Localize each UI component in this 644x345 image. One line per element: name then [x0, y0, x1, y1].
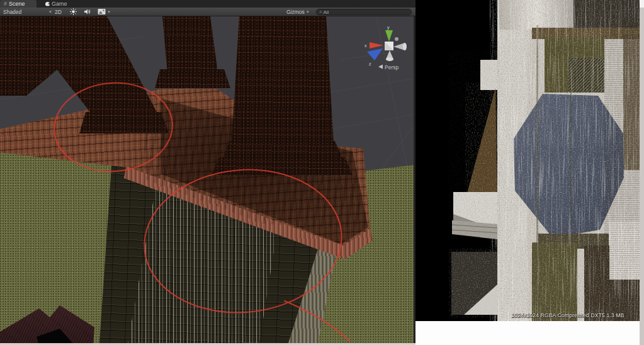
audio-icon	[84, 8, 91, 15]
gizmo-axis-x-label: x	[364, 43, 367, 48]
game-tab-icon	[45, 2, 50, 6]
tab-scene[interactable]: # Scene	[0, 0, 37, 8]
annotation-stroke-tail	[285, 301, 350, 341]
toggle-2d-label: 2D	[55, 9, 62, 15]
gizmo-cone-base	[403, 43, 407, 50]
gizmo-axis-z[interactable]	[367, 48, 383, 60]
annotation-ellipse-1	[51, 79, 175, 176]
texture-info-label: 1024x1024 RGBA Compressed DXT5 1.3 MB	[496, 312, 640, 319]
sun-icon	[70, 8, 77, 15]
toggle-2d-button[interactable]: 2D	[53, 8, 64, 16]
texture-preview-image	[415, 0, 640, 321]
scene-panel: # Scene Game Shaded ▼ 2D	[0, 0, 415, 345]
gizmos-label: Gizmos	[286, 9, 305, 15]
gizmos-dropdown[interactable]: Gizmos ▼	[285, 8, 312, 16]
chevron-down-icon: ▼	[306, 10, 310, 14]
gizmo-axis-negative-z[interactable]	[395, 37, 398, 41]
scrollbar-thumb[interactable]	[640, 0, 644, 8]
texture-preview-panel: 1024x1024 RGBA Compressed DXT5 1.3 MB	[415, 0, 640, 345]
tab-game[interactable]: Game	[42, 0, 73, 8]
gizmo-axis-y[interactable]	[385, 30, 393, 42]
annotation-ellipse-2	[138, 162, 348, 321]
scene-toolbar: Shaded ▼ 2D	[0, 8, 415, 16]
projection-mode-label[interactable]: Persp	[385, 64, 398, 71]
scene-search-input[interactable]: ⌕ All	[316, 9, 412, 15]
lighting-toggle-button[interactable]	[68, 8, 79, 16]
gizmo-cone-base	[386, 57, 393, 61]
gizmo-axis-z-label: z	[369, 62, 371, 66]
search-icon: ⌕	[319, 9, 322, 14]
scene-tab-icon: #	[4, 1, 7, 7]
shading-mode-dropdown[interactable]: Shaded ▼	[1, 8, 54, 16]
scene-tab-label: Scene	[9, 1, 25, 7]
image-effects-icon	[98, 8, 106, 15]
gizmo-axis-x[interactable]	[370, 42, 383, 48]
annotation-layer	[0, 16, 414, 343]
chevron-down-icon: ▼	[48, 10, 52, 14]
chevron-down-icon: ▼	[107, 10, 111, 14]
audio-toggle-button[interactable]	[82, 8, 93, 16]
scene-viewport[interactable]: y x z Persp	[0, 16, 414, 343]
view-tabbar: # Scene Game	[0, 0, 415, 8]
gizmo-axis-y-label: y	[387, 25, 390, 30]
unity-editor-window: # Scene Game Shaded ▼ 2D	[0, 0, 644, 345]
game-tab-label: Game	[52, 1, 67, 7]
effects-dropdown-button[interactable]: ▼	[96, 8, 113, 16]
search-value: All	[323, 9, 329, 15]
inspector-scrollbar[interactable]	[640, 0, 644, 345]
scene-orientation-gizmo[interactable]: y x z Persp	[361, 25, 414, 72]
shading-mode-label: Shaded	[3, 9, 21, 15]
preview-background	[415, 321, 640, 345]
persp-arrow-icon	[378, 65, 383, 69]
